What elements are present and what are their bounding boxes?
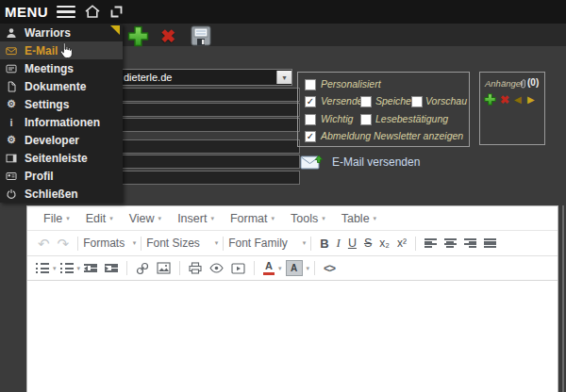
select-dropdown-button[interactable]: ▾ xyxy=(276,71,291,84)
checkbox-label-wichtig: Wichtig xyxy=(321,113,353,124)
checkbox-versenden[interactable]: ✓ xyxy=(305,96,316,107)
media-icon xyxy=(231,263,245,274)
editor-toolbar-1: ↶ ↷ Formats▾ Font Sizes▾ Font Family▾ B … xyxy=(27,231,558,256)
menu-item-settings[interactable]: ⚙ Settings xyxy=(0,95,123,113)
indent-button[interactable] xyxy=(101,258,122,279)
menu-item-dokumente[interactable]: Dokumente xyxy=(0,77,123,95)
editor-toolbar-2: ▾ ▾ A ▾ A ▾ <> xyxy=(27,256,558,281)
envelope-icon xyxy=(5,45,18,57)
gears-icon: ⚙ xyxy=(5,98,18,110)
bullet-list-button[interactable] xyxy=(32,258,53,279)
attachment-delete-button[interactable]: ✖ xyxy=(500,94,509,106)
undo-button[interactable]: ↶ xyxy=(34,233,54,253)
align-right-button[interactable] xyxy=(460,233,480,253)
send-email-button[interactable]: E-Mail versenden xyxy=(300,154,420,171)
attachment-prev-button[interactable]: ◀ xyxy=(514,95,522,105)
checkbox-abmeldung-newsletter[interactable]: ✓ xyxy=(305,131,316,142)
save-button[interactable] xyxy=(191,25,211,46)
checkbox-label-lesebestaetigung: Lesebestätigung xyxy=(375,113,448,124)
chevron-down-icon[interactable]: ▾ xyxy=(307,265,310,272)
numbered-list-button[interactable] xyxy=(57,258,77,279)
add-button[interactable] xyxy=(127,25,149,47)
preview-button[interactable] xyxy=(206,258,227,279)
paperclip-icon xyxy=(519,76,527,93)
editor-content-area[interactable] xyxy=(27,282,558,392)
link-button[interactable] xyxy=(132,258,153,279)
align-center-icon xyxy=(444,237,457,249)
bold-button[interactable]: B xyxy=(316,233,332,253)
top-bar: MENU xyxy=(0,0,566,24)
scrollbar[interactable] xyxy=(562,205,564,392)
menu-item-email[interactable]: E-Mail xyxy=(0,41,123,59)
redo-button[interactable]: ↷ xyxy=(54,233,74,253)
outdent-button[interactable] xyxy=(80,258,101,279)
text-color-button[interactable]: A xyxy=(259,258,278,279)
menu-label: MENU xyxy=(5,4,48,20)
menu-item-seitenleiste[interactable]: Seitenleiste xyxy=(0,149,123,167)
insert-media-button[interactable] xyxy=(227,258,249,279)
chevron-down-icon: ▾ xyxy=(133,239,137,247)
menu-item-developer[interactable]: ⚙ Developer xyxy=(0,131,123,149)
superscript-button[interactable]: x² xyxy=(393,233,410,253)
checkbox-personalisiert[interactable] xyxy=(305,79,316,90)
editor-menu-table[interactable]: Table▾ xyxy=(341,212,376,225)
underline-button[interactable]: U xyxy=(344,233,360,253)
send-email-label: E-Mail versenden xyxy=(332,155,420,169)
form-input-6[interactable] xyxy=(117,171,300,185)
delete-button[interactable]: ✖ xyxy=(160,27,175,45)
insert-image-button[interactable] xyxy=(153,258,175,279)
chevron-down-icon: ▾ xyxy=(210,215,214,222)
attachments-title: Anhänge xyxy=(485,78,521,89)
check-icon: ✓ xyxy=(307,132,314,141)
editor-menu-view[interactable]: View▾ xyxy=(129,212,161,225)
editor-menu-edit[interactable]: Edit▾ xyxy=(86,212,113,225)
envelope-send-icon xyxy=(300,154,325,171)
form-input-3[interactable] xyxy=(117,118,300,132)
popout-window-icon[interactable] xyxy=(109,5,124,19)
align-justify-button[interactable] xyxy=(480,233,500,253)
source-code-button[interactable]: <> xyxy=(320,258,339,279)
menu-item-warriors[interactable]: Warriors xyxy=(0,24,123,41)
background-color-button[interactable]: A xyxy=(282,258,307,279)
sidebar-icon xyxy=(5,153,18,164)
gear-icon: ⚙ xyxy=(5,134,18,146)
editor-menu-tools[interactable]: Tools▾ xyxy=(291,212,325,225)
checkbox-lesebestaetigung[interactable] xyxy=(360,114,372,125)
attachments-panel: Anhänge (0) ✖ ◀ ▶ xyxy=(479,72,545,145)
subscript-button[interactable]: x₂ xyxy=(375,233,393,253)
formats-dropdown[interactable]: Formats▾ xyxy=(83,237,136,250)
chevron-down-icon: ▾ xyxy=(322,215,325,222)
profile-card-icon xyxy=(5,171,18,182)
font-family-dropdown[interactable]: Font Family▾ xyxy=(228,237,306,250)
align-justify-icon xyxy=(484,237,496,249)
bullet-list-icon xyxy=(36,263,49,273)
form-input-2[interactable] xyxy=(117,103,300,117)
editor-menu-insert[interactable]: Insert▾ xyxy=(177,212,214,225)
print-button[interactable] xyxy=(185,258,206,279)
menu-item-informationen[interactable]: i Informationen xyxy=(0,113,123,131)
editor-menu-format[interactable]: Format▾ xyxy=(230,212,275,225)
font-sizes-dropdown[interactable]: Font Sizes▾ xyxy=(146,237,218,250)
attachment-next-button[interactable]: ▶ xyxy=(527,95,535,105)
menu-item-profil[interactable]: Profil xyxy=(0,167,123,185)
editor-menu-file[interactable]: File▾ xyxy=(43,212,70,225)
form-input-5[interactable] xyxy=(117,155,300,169)
italic-button[interactable]: I xyxy=(333,233,344,253)
numbered-list-icon xyxy=(60,263,74,273)
checkbox-speichern[interactable] xyxy=(360,96,372,107)
info-icon: i xyxy=(5,117,18,128)
align-left-button[interactable] xyxy=(421,233,441,253)
menu-item-meetings[interactable]: Meetings xyxy=(0,59,123,77)
strikethrough-button[interactable]: S xyxy=(360,233,375,253)
align-center-button[interactable] xyxy=(441,233,460,253)
home-icon[interactable] xyxy=(84,4,101,20)
checkbox-wichtig[interactable] xyxy=(305,114,316,125)
attachment-add-button[interactable] xyxy=(484,93,496,106)
menu-item-schliessen[interactable]: Schließen xyxy=(0,185,123,203)
hamburger-icon[interactable] xyxy=(57,6,75,19)
checkbox-vorschau[interactable] xyxy=(411,96,423,107)
form-input-4[interactable] xyxy=(117,139,300,154)
email-domain-select[interactable]: dieterle.de ▾ xyxy=(117,69,292,86)
chevron-down-icon: ▾ xyxy=(374,215,377,222)
form-input-1[interactable] xyxy=(117,88,300,102)
